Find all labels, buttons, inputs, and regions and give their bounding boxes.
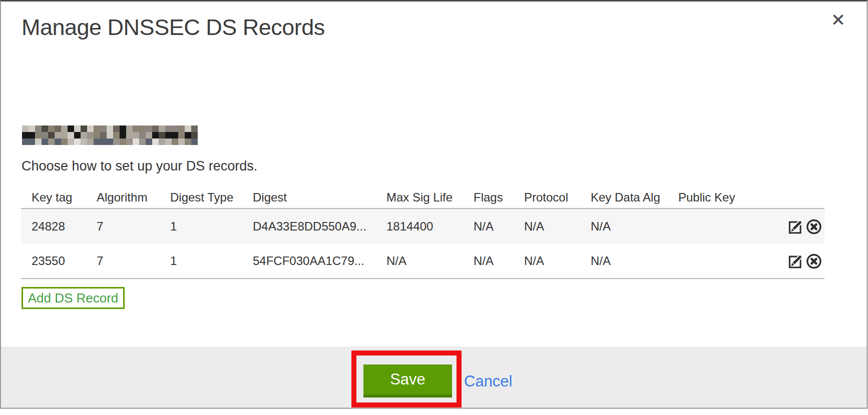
edit-record-button[interactable]: [787, 252, 804, 270]
cell-key_tag: 24828: [32, 220, 97, 234]
cell-algorithm: 7: [97, 254, 170, 268]
column-header-public_key: Public Key: [678, 190, 774, 204]
table-row: 235507154FCF030AA1C79...N/AN/AN/AN/A: [21, 244, 824, 278]
manage-dnssec-modal: Manage DNSSEC DS Records ✕ Choose how to…: [0, 0, 868, 409]
cell-digest: D4A33E8DD550A9...: [253, 220, 386, 234]
column-header-protocol: Protocol: [524, 190, 591, 204]
column-header-digest_type: Digest Type: [170, 190, 253, 204]
cell-digest_type: 1: [170, 220, 253, 234]
cell-key_data_alg: N/A: [591, 254, 678, 268]
edit-record-icon: [787, 252, 804, 270]
cell-protocol: N/A: [524, 254, 591, 268]
edit-record-icon: [787, 218, 804, 235]
row-actions: [787, 252, 824, 270]
modal-footer: Save Cancel: [1, 346, 866, 408]
delete-record-icon: [805, 218, 822, 235]
cell-protocol: N/A: [524, 220, 591, 234]
page-title: Manage DNSSEC DS Records: [22, 14, 325, 40]
column-header-key_tag: Key tag: [32, 190, 97, 204]
cell-digest_type: 1: [170, 254, 253, 268]
cell-algorithm: 7: [97, 220, 170, 234]
cell-flags: N/A: [474, 220, 524, 234]
table-row: 2482871D4A33E8DD550A9...1814400N/AN/AN/A: [21, 209, 824, 244]
table-body: 2482871D4A33E8DD550A9...1814400N/AN/AN/A…: [21, 209, 824, 279]
table-header-row: Key tagAlgorithmDigest TypeDigestMax Sig…: [21, 186, 824, 209]
redacted-domain-text: [22, 126, 198, 145]
column-header-digest: Digest: [253, 190, 386, 204]
instruction-text: Choose how to set up your DS records.: [22, 158, 257, 174]
cancel-link[interactable]: Cancel: [464, 372, 513, 390]
cell-key_data_alg: N/A: [591, 220, 678, 234]
column-header-algorithm: Algorithm: [97, 190, 170, 204]
add-ds-record-button[interactable]: Add DS Record: [22, 287, 125, 309]
cell-flags: N/A: [474, 254, 524, 268]
row-actions: [787, 218, 824, 235]
save-button[interactable]: Save: [363, 364, 452, 398]
ds-records-table: Key tagAlgorithmDigest TypeDigestMax Sig…: [21, 186, 824, 279]
edit-record-button[interactable]: [787, 218, 804, 235]
cell-max_sig_life: 1814400: [386, 220, 474, 234]
column-header-max_sig_life: Max Sig Life: [386, 190, 474, 204]
cell-key_tag: 23550: [32, 254, 97, 268]
close-icon[interactable]: ✕: [828, 10, 848, 29]
delete-record-button[interactable]: [805, 218, 822, 235]
delete-record-icon: [805, 252, 822, 270]
column-header-flags: Flags: [474, 190, 524, 204]
cell-max_sig_life: N/A: [386, 254, 474, 268]
cell-digest: 54FCF030AA1C79...: [253, 254, 386, 268]
column-header-key_data_alg: Key Data Alg: [591, 190, 678, 204]
delete-record-button[interactable]: [805, 252, 822, 270]
